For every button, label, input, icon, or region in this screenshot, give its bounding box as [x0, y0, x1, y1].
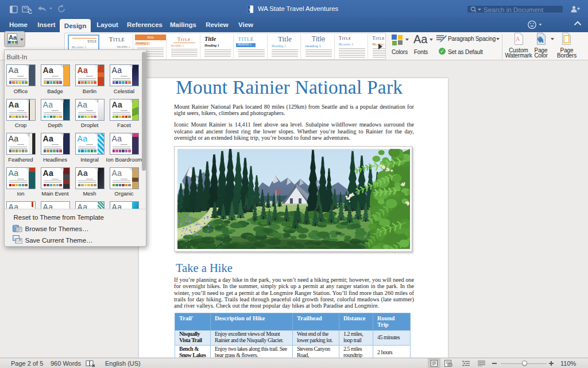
- svg-text:w: w: [248, 7, 252, 12]
